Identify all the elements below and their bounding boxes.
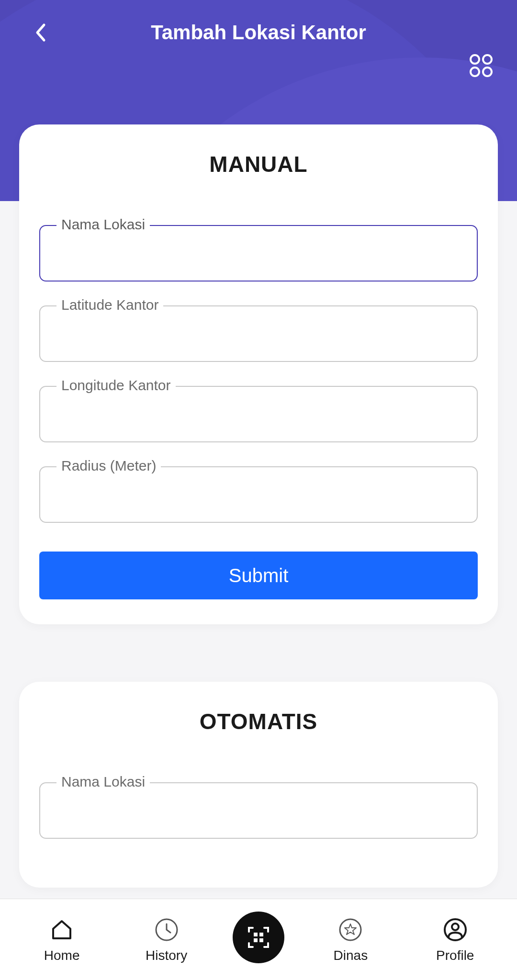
nav-qr-button[interactable] [233,912,284,963]
svg-point-9 [340,919,361,940]
clock-icon [153,916,180,943]
nav-history[interactable]: History [128,916,205,963]
nav-label: Dinas [334,948,368,963]
svg-point-3 [483,68,492,76]
nav-home[interactable]: Home [23,916,100,963]
field-nama-lokasi: Nama Lokasi [39,225,478,282]
latitude-input[interactable] [39,305,478,362]
longitude-input[interactable] [39,386,478,442]
qr-icon [246,925,271,950]
field-latitude: Latitude Kantor [39,305,478,362]
bottom-nav: Home History Dinas [0,899,517,980]
nav-label: History [146,948,187,963]
svg-point-11 [452,924,459,930]
star-icon [337,916,364,943]
home-icon [48,916,75,943]
nama-lokasi-auto-input[interactable] [39,782,478,839]
field-label: Radius (Meter) [56,458,161,474]
svg-rect-8 [259,938,263,942]
otomatis-title: OTOMATIS [39,709,478,734]
manual-card: MANUAL Nama Lokasi Latitude Kantor Longi… [19,124,498,624]
svg-point-0 [471,55,479,64]
field-label: Nama Lokasi [56,216,150,233]
svg-rect-7 [254,938,258,942]
svg-rect-5 [254,933,258,936]
nav-label: Profile [436,948,474,963]
manual-title: MANUAL [39,151,478,177]
otomatis-card: OTOMATIS Nama Lokasi [19,682,498,888]
nav-dinas[interactable]: Dinas [312,916,389,963]
content-area: MANUAL Nama Lokasi Latitude Kantor Longi… [0,124,517,888]
page-title: Tambah Lokasi Kantor [29,21,488,44]
field-label: Longitude Kantor [56,377,176,394]
nama-lokasi-input[interactable] [39,225,478,282]
nav-profile[interactable]: Profile [417,916,494,963]
svg-point-1 [483,55,492,64]
field-label: Latitude Kantor [56,297,163,313]
field-nama-lokasi-auto: Nama Lokasi [39,782,478,839]
field-label: Nama Lokasi [56,774,150,790]
field-longitude: Longitude Kantor [39,386,478,442]
field-radius: Radius (Meter) [39,466,478,523]
person-icon [442,916,469,943]
svg-point-2 [471,68,479,76]
radius-input[interactable] [39,466,478,523]
svg-rect-6 [259,933,263,936]
nav-label: Home [44,948,80,963]
grid-icon [468,53,494,79]
submit-button[interactable]: Submit [39,552,478,599]
menu-grid-button[interactable] [468,53,494,80]
